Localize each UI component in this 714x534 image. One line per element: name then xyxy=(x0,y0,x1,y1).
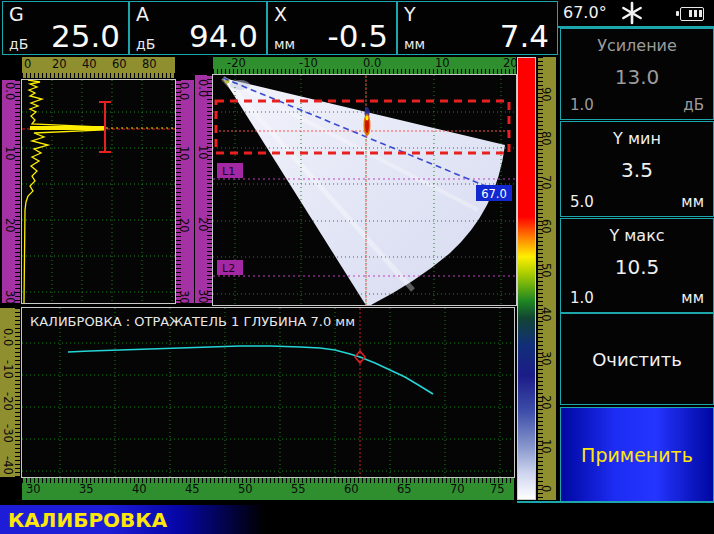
tick-label: 30 xyxy=(26,484,41,495)
divider xyxy=(517,501,714,503)
calibration-plot: КАЛИБРОВКА : ОТРАЖАТЕЛЬ 1 ГЛУБИНА 7.0 мм xyxy=(22,308,514,477)
menu-title: Y мин xyxy=(561,129,713,148)
tick-label: -40 xyxy=(2,456,13,475)
readout-label: A xyxy=(136,3,149,25)
tick-label: 55 xyxy=(291,484,306,495)
tick-label: 50 xyxy=(540,263,551,278)
sector-plot: L1L267.0 xyxy=(213,75,516,305)
tick-label: 40 xyxy=(82,59,97,70)
readout-unit: дБ xyxy=(9,36,28,52)
menu-panel-gain[interactable]: Усиление 13.0 1.0 дБ xyxy=(560,28,714,120)
ascan-amplitude-ruler: 020406080 xyxy=(22,57,175,78)
sector-x-ruler: -20-100.01020 xyxy=(213,57,516,74)
tick-label: 40 xyxy=(132,484,147,495)
tick-label: 60 xyxy=(112,59,127,70)
tick-label: 0 xyxy=(540,485,551,492)
tick-label: 80 xyxy=(142,59,157,70)
tick-label: -10 xyxy=(299,58,318,69)
tick-label: 70 xyxy=(540,175,551,190)
tick-label: 0.0 xyxy=(178,82,189,100)
readout-unit: мм xyxy=(404,36,425,52)
clear-button-label: Очистить xyxy=(592,349,682,370)
menu-unit: мм xyxy=(681,289,704,307)
ascan-trace xyxy=(24,80,104,303)
readout-unit: мм xyxy=(274,36,295,52)
beam-angle-readout: 67.0° xyxy=(563,3,607,22)
tick-label: 30 xyxy=(197,289,208,303)
tick-label: 0.0 xyxy=(4,82,15,100)
tick-label: 65 xyxy=(397,484,412,495)
readout-value: -0.5 xyxy=(328,18,389,54)
ascan-depth-ruler-right: 0.0102030 xyxy=(176,80,194,303)
l2-badge-label: L2 xyxy=(222,262,235,275)
readout-gain-g: G дБ 25.0 xyxy=(2,1,129,55)
tick-label: 35 xyxy=(79,484,94,495)
tick-label: 10 xyxy=(178,146,189,161)
readout-label: G xyxy=(9,3,24,25)
menu-step: 5.0 xyxy=(570,193,594,211)
tick-label: 0 xyxy=(24,59,31,70)
echo-peak-bar xyxy=(30,126,104,130)
beam-angle-badge-label: 67.0 xyxy=(481,187,507,201)
tick-label: 60 xyxy=(344,484,359,495)
amplitude-colorbar xyxy=(517,57,536,500)
tick-label: -30 xyxy=(2,424,13,443)
reflector-tip xyxy=(366,116,369,121)
tick-label: 0.0 xyxy=(197,79,208,97)
active-mode-label: КАЛИБРОВКА xyxy=(8,508,167,532)
apply-button-label: Применить xyxy=(581,444,693,466)
tick-label: 75 xyxy=(490,484,505,495)
calibration-angle-ruler: 30354045505560657075 xyxy=(22,478,514,500)
readout-unit: дБ xyxy=(136,36,155,52)
menu-title: Усиление xyxy=(561,36,713,55)
menu-step: 1.0 xyxy=(570,289,594,307)
menu-panel-ymax[interactable]: Y макс 10.5 1.0 мм xyxy=(560,218,714,313)
menu-value: 10.5 xyxy=(561,255,713,279)
menu-panel-ymin[interactable]: Y мин 3.5 5.0 мм xyxy=(560,121,714,217)
colorbar-ruler: 9080706050403020100 xyxy=(538,57,556,500)
readout-y: Y мм 7.4 xyxy=(397,1,558,55)
readout-x: X мм -0.5 xyxy=(267,1,397,55)
tick-label: 10 xyxy=(435,58,450,69)
menu-title: Y макс xyxy=(561,226,713,245)
status-bar: КАЛИБРОВКА xyxy=(0,505,714,534)
readout-value: 25.0 xyxy=(51,18,120,54)
asterisk-icon xyxy=(620,1,644,25)
readout-label: X xyxy=(274,3,287,25)
readout-label: Y xyxy=(404,3,416,25)
tick-label: 30 xyxy=(178,290,189,303)
calibration-db-ruler: 0.0-10-20-30-40 xyxy=(0,308,20,477)
menu-unit: мм xyxy=(681,193,704,211)
tick-label: 45 xyxy=(185,484,200,495)
menu-value: 3.5 xyxy=(561,158,713,182)
status-cell: 67.0° xyxy=(558,0,714,28)
tick-label: 80 xyxy=(540,131,551,146)
tick-label: 30 xyxy=(540,351,551,366)
tick-label: 20 xyxy=(540,395,551,410)
tick-label: 90 xyxy=(540,87,551,102)
menu-value: 13.0 xyxy=(561,65,713,89)
tick-label: 50 xyxy=(238,484,253,495)
tick-label: 10 xyxy=(540,439,551,454)
tick-label: 0.0 xyxy=(2,328,13,346)
readout-value: 7.4 xyxy=(500,18,549,54)
calibration-plot-title: КАЛИБРОВКА : ОТРАЖАТЕЛЬ 1 ГЛУБИНА 7.0 мм xyxy=(30,314,355,329)
tick-label: 40 xyxy=(540,307,551,322)
clear-button[interactable]: Очистить xyxy=(560,313,714,405)
tick-label: 30 xyxy=(4,290,15,303)
menu-step: 1.0 xyxy=(570,96,594,114)
tick-label: 10 xyxy=(4,146,15,161)
tick-label: 20 xyxy=(197,217,208,232)
readout-value: 94.0 xyxy=(189,18,258,54)
apply-button[interactable]: Применить xyxy=(560,407,714,502)
tick-label: 0.0 xyxy=(363,58,381,69)
ascan-plot xyxy=(22,80,175,303)
tick-label: 60 xyxy=(540,219,551,234)
l1-badge-label: L1 xyxy=(222,165,235,178)
tick-label: 20 xyxy=(503,58,516,69)
menu-unit: дБ xyxy=(683,96,704,114)
tick-label: -20 xyxy=(227,58,246,69)
tick-label: -20 xyxy=(2,392,13,411)
tick-label: 20 xyxy=(178,218,189,233)
tick-label: 10 xyxy=(197,145,208,160)
